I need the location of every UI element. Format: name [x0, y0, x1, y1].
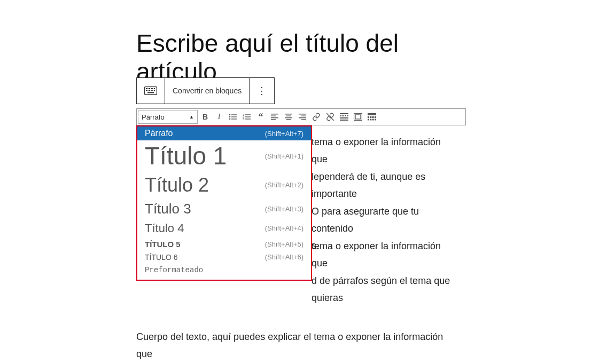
svg-rect-5 — [152, 88, 153, 89]
svg-rect-35 — [301, 116, 306, 117]
svg-rect-21 — [245, 114, 251, 115]
svg-rect-55 — [372, 119, 374, 121]
svg-rect-44 — [340, 117, 348, 118]
format-option-shortcut: (Shift+Alt+6) — [265, 253, 303, 261]
fullscreen-button[interactable] — [352, 110, 364, 123]
svg-point-14 — [229, 114, 231, 116]
svg-rect-8 — [147, 90, 149, 91]
svg-rect-48 — [368, 113, 376, 115]
format-option-label: Título 2 — [145, 174, 209, 196]
format-option-shortcut: (Shift+Alt+7) — [265, 130, 303, 138]
svg-rect-34 — [299, 114, 306, 115]
svg-rect-43 — [347, 115, 349, 116]
tinymce-editor: Párrafo ▲ B I 123 “ — [136, 108, 466, 125]
format-dropdown: Párrafo(Shift+Alt+7)Título 1(Shift+Alt+1… — [136, 125, 312, 281]
align-right-button[interactable] — [296, 110, 309, 123]
svg-rect-52 — [375, 116, 376, 118]
svg-rect-3 — [149, 88, 150, 89]
svg-point-16 — [229, 116, 231, 118]
body-paragraph-3[interactable]: Cuerpo del texto, aquí puedes explicar e… — [136, 328, 457, 364]
align-center-button[interactable] — [282, 110, 295, 123]
format-toolbar: Párrafo ▲ B I 123 “ — [136, 108, 466, 125]
italic-button[interactable]: I — [213, 110, 225, 123]
svg-rect-31 — [286, 116, 291, 117]
svg-rect-40 — [340, 115, 341, 116]
svg-rect-11 — [152, 90, 153, 91]
format-option-label: Título 3 — [145, 201, 191, 217]
svg-point-18 — [229, 118, 231, 120]
svg-rect-7 — [146, 90, 147, 91]
svg-rect-42 — [345, 115, 346, 116]
svg-rect-36 — [299, 117, 306, 118]
format-option-label: Preformateado — [145, 266, 203, 274]
format-option-2[interactable]: Título 2(Shift+Alt+2) — [137, 172, 311, 199]
format-option-shortcut: (Shift+Alt+1) — [265, 152, 303, 160]
format-option-5[interactable]: TÍTULO 5(Shift+Alt+5) — [137, 238, 311, 251]
format-option-shortcut: (Shift+Alt+3) — [265, 205, 303, 213]
format-option-shortcut: (Shift+Alt+2) — [265, 181, 303, 189]
format-option-label: Título 4 — [145, 221, 184, 235]
bullet-list-button[interactable] — [227, 110, 239, 123]
svg-rect-19 — [231, 118, 237, 119]
more-options-button[interactable]: ⋮ — [250, 78, 274, 104]
format-option-0[interactable]: Párrafo(Shift+Alt+7) — [137, 126, 311, 140]
svg-rect-45 — [340, 120, 348, 121]
svg-rect-1 — [146, 88, 147, 89]
bold-button[interactable]: B — [199, 110, 212, 123]
svg-rect-30 — [285, 114, 292, 115]
unlink-button[interactable] — [324, 110, 337, 123]
svg-rect-4 — [151, 88, 152, 89]
svg-rect-17 — [231, 116, 237, 117]
svg-rect-27 — [271, 116, 276, 117]
svg-rect-25 — [245, 118, 251, 119]
chevron-up-icon: ▲ — [189, 114, 194, 120]
align-left-button[interactable] — [268, 110, 281, 123]
format-option-label: TÍTULO 5 — [145, 240, 181, 249]
body-line: Cuerpo del texto, aquí puedes explicar e… — [136, 328, 457, 363]
format-option-shortcut: (Shift+Alt+4) — [265, 224, 303, 232]
format-select-value: Párrafo — [142, 113, 165, 121]
format-option-3[interactable]: Título 3(Shift+Alt+3) — [137, 199, 311, 219]
svg-rect-33 — [286, 120, 291, 121]
classic-block-icon[interactable] — [137, 78, 165, 104]
svg-rect-15 — [231, 114, 237, 115]
svg-rect-37 — [301, 120, 306, 121]
format-option-shortcut: (Shift+Alt+5) — [265, 240, 303, 248]
svg-rect-2 — [147, 88, 149, 89]
svg-rect-28 — [271, 117, 278, 118]
svg-rect-23 — [245, 116, 251, 117]
paragraph-format-select[interactable]: Párrafo ▲ — [138, 110, 198, 124]
insert-more-button[interactable] — [338, 110, 351, 123]
svg-rect-10 — [151, 90, 152, 91]
svg-rect-6 — [154, 88, 155, 89]
svg-rect-29 — [271, 120, 276, 121]
svg-rect-41 — [342, 115, 344, 116]
link-button[interactable] — [310, 110, 323, 123]
format-option-6[interactable]: TÍTULO 6(Shift+Alt+6) — [137, 251, 311, 264]
numbered-list-button[interactable]: 123 — [240, 110, 253, 123]
svg-rect-9 — [149, 90, 150, 91]
format-option-4[interactable]: Título 4(Shift+Alt+4) — [137, 219, 311, 238]
more-vertical-icon: ⋮ — [257, 86, 267, 96]
toolbar-toggle-button[interactable] — [365, 110, 378, 123]
svg-rect-50 — [370, 116, 371, 118]
format-option-1[interactable]: Título 1(Shift+Alt+1) — [137, 140, 311, 172]
svg-rect-53 — [368, 119, 369, 121]
svg-rect-47 — [355, 115, 361, 119]
convert-to-blocks-button[interactable]: Convertir en bloques — [165, 78, 250, 104]
svg-rect-26 — [271, 114, 278, 115]
svg-rect-54 — [370, 119, 371, 121]
svg-rect-49 — [368, 116, 369, 118]
svg-rect-32 — [285, 117, 292, 118]
svg-rect-51 — [372, 116, 374, 118]
svg-text:3: 3 — [243, 117, 244, 121]
format-option-7[interactable]: Preformateado — [137, 264, 311, 276]
svg-rect-12 — [154, 90, 155, 91]
format-option-label: Título 1 — [145, 143, 227, 170]
format-option-label: TÍTULO 6 — [145, 253, 177, 262]
svg-rect-13 — [147, 92, 154, 93]
svg-rect-56 — [375, 119, 376, 121]
svg-rect-39 — [340, 113, 348, 114]
blockquote-button[interactable]: “ — [254, 110, 267, 123]
format-option-label: Párrafo — [145, 129, 173, 138]
